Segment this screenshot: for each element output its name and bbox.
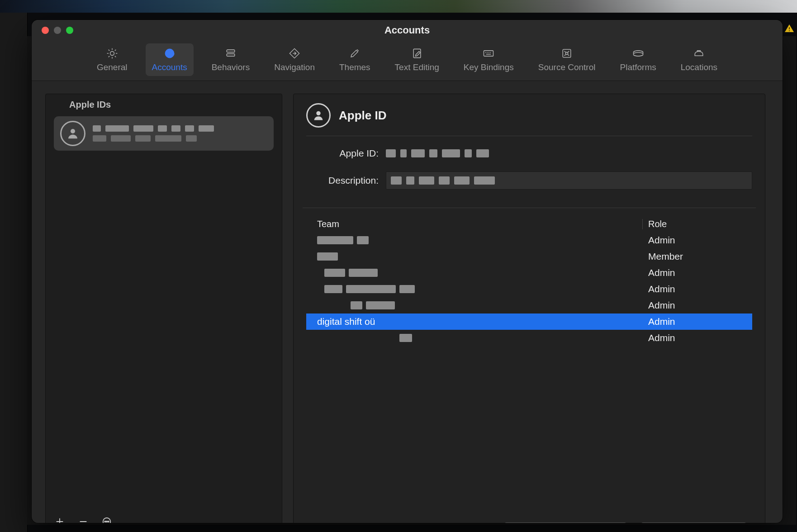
team-row[interactable]: Admin	[306, 297, 752, 314]
tab-behaviors[interactable]: Behaviors	[205, 43, 256, 76]
tab-label: Key Bindings	[464, 62, 514, 72]
teams-header-row: Team Role	[306, 216, 752, 232]
team-role: Member	[643, 251, 748, 262]
description-input[interactable]	[386, 171, 752, 190]
apple-id-label: Apple ID:	[306, 148, 379, 159]
team-row-selected[interactable]: digital shift oü Admin	[306, 314, 752, 330]
tab-label: Navigation	[274, 62, 315, 72]
tab-text-editing[interactable]: Text Editing	[389, 43, 446, 76]
svg-point-10	[565, 52, 568, 54]
tab-accounts[interactable]: Accounts	[146, 43, 194, 76]
svg-rect-1	[789, 30, 790, 31]
team-name: digital shift oü	[317, 316, 375, 327]
tab-themes[interactable]: Themes	[333, 43, 377, 76]
column-header-role[interactable]: Role	[642, 219, 748, 229]
tab-locations[interactable]: Locations	[674, 43, 724, 76]
add-account-button[interactable]	[54, 516, 66, 523]
apple-id-value	[386, 149, 752, 157]
svg-point-2	[110, 52, 114, 56]
tab-navigation[interactable]: Navigation	[268, 43, 321, 76]
team-row[interactable]: Member	[306, 248, 752, 265]
behaviors-icon	[222, 47, 239, 60]
sidebar-section-header: Apple IDs	[46, 94, 282, 114]
svg-point-13	[104, 521, 105, 522]
text-editing-icon	[408, 47, 426, 60]
team-row[interactable]: Admin	[306, 232, 752, 248]
key-bindings-icon	[480, 47, 497, 60]
svg-rect-0	[789, 27, 790, 29]
team-role: Admin	[643, 316, 748, 327]
navigation-icon	[286, 47, 303, 60]
remove-account-button[interactable]	[77, 516, 89, 523]
svg-point-14	[106, 521, 107, 522]
locations-icon	[690, 47, 707, 60]
window-title: Accounts	[32, 24, 783, 36]
preferences-window: Accounts General Accounts Behaviors Navi…	[32, 20, 783, 523]
sidebar-footer	[46, 511, 282, 523]
person-icon	[60, 121, 85, 146]
description-row: Description:	[306, 171, 752, 190]
xcode-left-rail	[0, 13, 28, 532]
tab-label: Accounts	[152, 62, 187, 72]
svg-point-15	[108, 521, 109, 522]
svg-rect-5	[227, 50, 235, 52]
teams-list: Admin Member Admin Admin	[306, 232, 752, 514]
divider	[303, 208, 756, 208]
tab-label: Behaviors	[212, 62, 250, 72]
svg-rect-6	[227, 54, 235, 56]
redacted-text	[391, 176, 495, 185]
team-role: Admin	[643, 284, 748, 294]
tab-label: Text Editing	[395, 62, 439, 72]
detail-title: Apple ID	[339, 109, 386, 123]
svg-point-11	[71, 129, 75, 133]
desktop-background-strip	[0, 0, 797, 13]
team-role: Admin	[643, 267, 748, 278]
apple-id-row: Apple ID:	[306, 148, 752, 159]
person-icon	[306, 103, 331, 128]
account-labels	[93, 125, 267, 142]
column-header-team[interactable]: Team	[311, 219, 642, 229]
source-control-icon	[558, 47, 575, 60]
tab-label: Platforms	[620, 62, 656, 72]
redacted-text	[386, 149, 489, 157]
detail-footer: Download Manual Profiles Manage Certific…	[306, 514, 752, 523]
svg-point-4	[167, 52, 171, 56]
platforms-icon	[630, 47, 647, 60]
account-detail-panel: Apple ID Apple ID: Description:	[293, 94, 765, 523]
team-row[interactable]: Admin	[306, 330, 752, 346]
more-actions-button[interactable]	[101, 516, 113, 523]
description-label: Description:	[306, 175, 379, 186]
svg-rect-9	[563, 49, 571, 57]
redacted-text	[93, 125, 267, 132]
tab-label: Locations	[681, 62, 717, 72]
svg-point-16	[316, 111, 320, 115]
accounts-sidebar: Apple IDs	[45, 94, 282, 523]
gear-icon	[104, 47, 121, 60]
redacted-text	[93, 135, 267, 142]
content-area: Apple IDs	[32, 81, 783, 523]
team-role: Admin	[643, 300, 748, 311]
themes-icon	[346, 47, 363, 60]
tab-label: Themes	[339, 62, 370, 72]
tab-key-bindings[interactable]: Key Bindings	[457, 43, 520, 76]
teams-section: Team Role Admin Member Admin	[306, 216, 752, 514]
account-row[interactable]	[54, 116, 274, 151]
tab-general[interactable]: General	[90, 43, 134, 76]
warning-icon	[783, 23, 796, 34]
tab-platforms[interactable]: Platforms	[613, 43, 662, 76]
detail-header: Apple ID	[306, 103, 752, 136]
tab-label: General	[97, 62, 128, 72]
team-row[interactable]: Admin	[306, 265, 752, 281]
manage-certificates-button[interactable]: Manage Certificates...	[640, 522, 748, 523]
team-role: Admin	[643, 235, 748, 246]
download-manual-profiles-button[interactable]: Download Manual Profiles	[503, 522, 628, 523]
tab-source-control[interactable]: Source Control	[532, 43, 602, 76]
window-titlebar: Accounts	[32, 20, 783, 41]
team-role: Admin	[643, 332, 748, 343]
account-form: Apple ID: Description:	[306, 136, 752, 208]
at-icon	[161, 47, 178, 60]
svg-rect-8	[484, 51, 493, 56]
tab-label: Source Control	[538, 62, 596, 72]
team-row[interactable]: Admin	[306, 281, 752, 297]
preferences-toolbar: General Accounts Behaviors Navigation Th…	[32, 41, 783, 81]
